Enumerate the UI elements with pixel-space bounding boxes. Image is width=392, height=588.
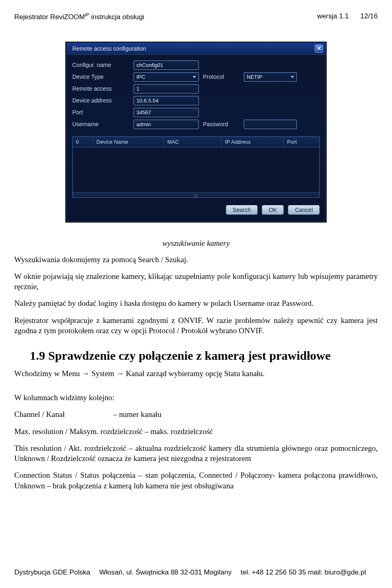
ok-button[interactable]: OK <box>262 205 284 215</box>
label-device-type: Device Type <box>72 74 129 80</box>
page-header: Rejestrator ReviZOOMIP instrukcja obsług… <box>14 12 378 21</box>
select-protocol-value: NETIP <box>247 74 262 80</box>
paragraph-10: Connection Status / Status połączenia – … <box>14 470 378 491</box>
dialog-body: Configur. name Device Type IPC Protocol … <box>67 55 325 221</box>
footer-distributor: Dystrybucja GDE Polska <box>14 568 90 577</box>
label-port: Port <box>72 109 129 116</box>
label-password: Password <box>203 121 240 127</box>
screenshot-container: Remote access configuration ✕ Configur. … <box>14 42 378 223</box>
product-name: Rejestrator ReviZOOM <box>14 13 85 21</box>
label-configur-name: Configur. name <box>72 62 129 68</box>
header-left: Rejestrator ReviZOOMIP instrukcja obsług… <box>14 12 144 21</box>
device-table: 0 Device Name MAC IP Address Port ||| <box>72 136 320 198</box>
label-remote-access: Remote access <box>72 85 129 92</box>
input-port[interactable] <box>134 108 199 117</box>
paragraph-8: Max. resolution / Maksym. rozdzielczość … <box>14 426 378 437</box>
col-port: Port <box>284 137 319 147</box>
paragraph-7: Channel / Kanał – numer kanału <box>14 409 378 419</box>
dialog-titlebar: Remote access configuration ✕ <box>67 43 325 55</box>
table-header-row: 0 Device Name MAC IP Address Port <box>73 137 319 147</box>
input-password[interactable] <box>244 120 297 129</box>
input-configur-name[interactable] <box>134 60 199 70</box>
close-button[interactable]: ✕ <box>315 45 323 53</box>
paragraph-2: W oknie pojawiają się znalezione kamery,… <box>14 271 378 292</box>
paragraph-3: Należy pamiętać by dodać loginy i hasła … <box>14 298 378 308</box>
page-footer: Dystrybucja GDE Polska Włosań, ul. Świąt… <box>14 568 378 577</box>
input-remote-access[interactable] <box>134 84 199 94</box>
paragraph-1: Wyszukiwania dokonujemy za pomocą Search… <box>14 254 378 265</box>
cancel-button[interactable]: Cancel <box>288 205 320 215</box>
chevron-down-icon <box>193 76 196 78</box>
label-protocol: Protocol <box>203 74 240 80</box>
paragraph-9: This resolution / Akt. rozdzielczość – a… <box>14 443 378 464</box>
search-button[interactable]: Search <box>226 205 258 215</box>
remote-access-dialog: Remote access configuration ✕ Configur. … <box>66 42 326 222</box>
product-super: IP <box>85 12 89 17</box>
table-body-empty <box>73 147 319 192</box>
select-protocol[interactable]: NETIP <box>244 72 297 82</box>
select-device-type-value: IPC <box>136 74 145 80</box>
figure-caption: wyszukiwanie kamery <box>14 239 378 248</box>
col-device-name: Device Name <box>93 137 164 147</box>
paragraph-4: Rejestrator współpracuje z kamerami zgod… <box>14 315 378 336</box>
paragraph-6: W kolumnach widzimy kolejno: <box>14 392 378 403</box>
label-device-address: Device address <box>72 97 129 104</box>
dialog-title-text: Remote access configuration <box>72 45 146 52</box>
col-ip: IP Address <box>222 137 284 147</box>
scroll-grip-icon: ||| <box>194 194 198 198</box>
footer-address: Włosań, ul. Świątnicka 88 32-031 Mogilan… <box>99 568 232 577</box>
dialog-button-row: Search OK Cancel <box>72 205 320 215</box>
select-device-type[interactable]: IPC <box>134 72 199 82</box>
input-username[interactable] <box>134 120 199 129</box>
section-heading-1-9: 1.9 Sprawdzenie czy połączenie z kamerą … <box>30 348 378 363</box>
horizontal-scrollbar[interactable]: ||| <box>73 192 319 197</box>
config-form: Configur. name Device Type IPC Protocol … <box>72 60 320 129</box>
header-right: wersja 1.1 12/16 <box>317 12 378 21</box>
input-device-address[interactable] <box>134 96 199 105</box>
footer-contact: tel. +48 12 256 50 35 mail: biuro@gde.pl <box>241 568 366 577</box>
nvr-dialog-screenshot: Remote access configuration ✕ Configur. … <box>65 42 327 223</box>
close-icon: ✕ <box>317 45 321 51</box>
col-index: 0 <box>73 137 93 147</box>
chevron-down-icon <box>291 76 294 78</box>
col-mac: MAC <box>164 137 222 147</box>
paragraph-5: Wchodzimy w Menu → System → Kanał zarząd… <box>14 368 378 379</box>
version-label: wersja 1.1 <box>317 12 349 20</box>
product-subtitle: instrukcja obsługi <box>89 13 144 21</box>
label-username: Username <box>72 121 129 127</box>
page-number: 12/16 <box>360 12 378 20</box>
